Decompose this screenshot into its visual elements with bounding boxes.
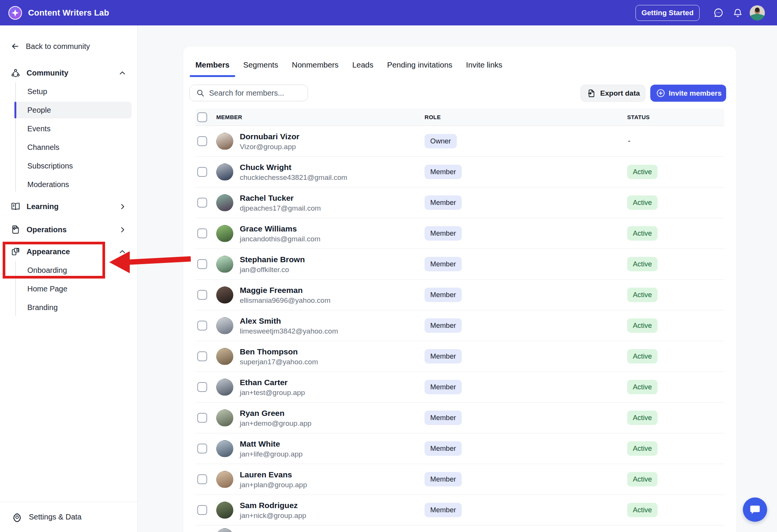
status-badge: Active: [627, 411, 657, 425]
avatar: [216, 194, 233, 211]
select-all-checkbox[interactable]: [197, 112, 207, 122]
bell-icon: [733, 8, 743, 18]
sidebar-item-subscriptions[interactable]: Subscriptions: [0, 157, 138, 174]
sidebar-item-people[interactable]: People: [0, 102, 138, 118]
chat-fab-button[interactable]: [743, 497, 767, 522]
getting-started-button[interactable]: Getting Started: [635, 5, 700, 21]
sidebar-item-learning[interactable]: Learning: [0, 198, 138, 215]
row-checkbox[interactable]: [197, 167, 207, 177]
member-name: Alex Smith: [240, 316, 281, 326]
tab-leads[interactable]: Leads: [346, 57, 379, 77]
tab-invite-links[interactable]: Invite links: [460, 57, 508, 77]
back-to-community-link[interactable]: Back to community: [11, 42, 90, 51]
table-row[interactable]: Ethan Carter jan+test@group.app Member A…: [195, 372, 724, 403]
row-checkbox[interactable]: [197, 382, 207, 392]
table-row[interactable]: Dornubari Vizor Vizor@group.app Owner -: [195, 126, 724, 157]
notifications-button[interactable]: [733, 8, 743, 18]
sidebar-item-events[interactable]: Events: [0, 120, 138, 137]
avatar: [216, 379, 233, 396]
toolbar-actions: Export data Invite members: [580, 85, 726, 102]
role-badge: Member: [425, 257, 462, 271]
active-item-indicator: [14, 102, 16, 118]
role-badge: Member: [425, 349, 462, 364]
table-row[interactable]: Chuck Wright chuckiechesse43821@gmail.co…: [195, 157, 724, 187]
sidebar-item-moderations[interactable]: Moderations: [0, 176, 138, 193]
avatar: [216, 256, 233, 273]
table-row[interactable]: Stephanie Brown jan@offkilter.co Member …: [195, 249, 724, 280]
row-checkbox[interactable]: [197, 474, 207, 484]
search-box: [189, 85, 308, 101]
member-name: Rachel Tucker: [240, 194, 294, 203]
sidebar-item-operations[interactable]: Operations: [0, 221, 138, 238]
member-table-body: Dornubari Vizor Vizor@group.app Owner - …: [195, 126, 724, 532]
tab-segments[interactable]: Segments: [238, 57, 284, 77]
tab-members[interactable]: Members: [190, 57, 235, 77]
member-name: Maggie Freeman: [240, 286, 303, 295]
member-name: Ryan Green: [240, 409, 285, 418]
avatar: [216, 502, 233, 519]
status-column-header: STATUS: [627, 114, 650, 120]
annotation-highlight-box: [3, 242, 105, 279]
row-checkbox[interactable]: [197, 259, 207, 269]
row-checkbox[interactable]: [197, 290, 207, 300]
member-name: Matt White: [240, 439, 280, 449]
community-icon: [11, 68, 20, 78]
user-avatar[interactable]: [750, 5, 765, 20]
table-row[interactable]: Grace Williams jancandothis@gmail.com Me…: [195, 218, 724, 249]
sidebar-item-channels[interactable]: Channels: [0, 139, 138, 156]
member-email: jan+demo@group.app: [240, 419, 311, 428]
tab-nonmembers[interactable]: Nonmembers: [286, 57, 344, 77]
sidebar-item-home-page[interactable]: Home Page: [0, 280, 138, 297]
export-data-button[interactable]: Export data: [580, 85, 645, 102]
row-checkbox[interactable]: [197, 505, 207, 515]
sidebar-item-settings-data[interactable]: Settings & Data: [0, 502, 138, 532]
row-checkbox[interactable]: [197, 136, 207, 146]
chat-bubble-icon: [713, 8, 724, 18]
row-checkbox[interactable]: [197, 228, 207, 238]
role-badge: Member: [425, 380, 462, 394]
member-email: chuckiechesse43821@gmail.com: [240, 173, 347, 182]
messages-button[interactable]: [713, 8, 724, 18]
row-checkbox[interactable]: [197, 351, 207, 361]
status-badge: Active: [627, 226, 657, 241]
invite-members-button[interactable]: Invite members: [650, 85, 726, 102]
sidebar-item-branding[interactable]: Branding: [0, 299, 138, 316]
chevron-right-icon: [119, 227, 126, 233]
table-row[interactable]: Matt White jan+life@group.app Member Act…: [195, 433, 724, 464]
status-badge: Active: [627, 318, 657, 333]
status-badge: Active: [627, 195, 657, 210]
table-row[interactable]: Lauren Evans jan+plan@group.app Member A…: [195, 464, 724, 495]
role-badge: Member: [425, 318, 462, 333]
sidebar-item-community[interactable]: Community: [0, 65, 138, 81]
tab-pending-invitations[interactable]: Pending invitations: [381, 57, 458, 77]
row-checkbox[interactable]: [197, 198, 207, 208]
table-row[interactable]: Ben Thompson superjan17@yahoo.com Member…: [195, 341, 724, 372]
row-checkbox[interactable]: [197, 321, 207, 331]
member-email: jan@offkilter.co: [240, 266, 289, 274]
table-row[interactable]: Maggie Freeman ellismania9696@yahoo.com …: [195, 280, 724, 310]
sidebar-item-setup[interactable]: Setup: [0, 83, 138, 100]
table-row[interactable]: Rachel Tucker djpeaches17@gmail.com Memb…: [195, 187, 724, 218]
member-name: Lauren Evans: [240, 470, 292, 479]
main-content: Members Segments Nonmembers Leads Pendin…: [138, 25, 777, 532]
member-email: jan+nick@group.app: [240, 512, 306, 520]
member-email: superjan17@yahoo.com: [240, 358, 318, 366]
member-column-header: MEMBER: [216, 114, 242, 120]
status-badge: Active: [627, 257, 657, 271]
status-badge: Active: [627, 288, 657, 302]
row-checkbox[interactable]: [197, 444, 207, 453]
chevron-right-icon: [119, 203, 126, 210]
role-badge: Member: [425, 226, 462, 241]
table-row[interactable]: Alex Smith limesweetjm3842@yahoo.com Mem…: [195, 310, 724, 341]
app-logo[interactable]: [8, 6, 22, 20]
search-input[interactable]: [209, 89, 304, 98]
avatar: [216, 440, 233, 457]
table-row[interactable]: Sam Rodriguez jan+nick@group.app Member …: [195, 495, 724, 526]
table-header: MEMBER ROLE STATUS: [195, 109, 724, 126]
avatar: [216, 317, 233, 334]
table-row[interactable]: Ryan Green jan+demo@group.app Member Act…: [195, 403, 724, 433]
role-badge: Member: [425, 441, 462, 456]
row-checkbox[interactable]: [197, 413, 207, 423]
table-row[interactable]: [195, 526, 724, 532]
member-name: Grace Williams: [240, 224, 297, 233]
